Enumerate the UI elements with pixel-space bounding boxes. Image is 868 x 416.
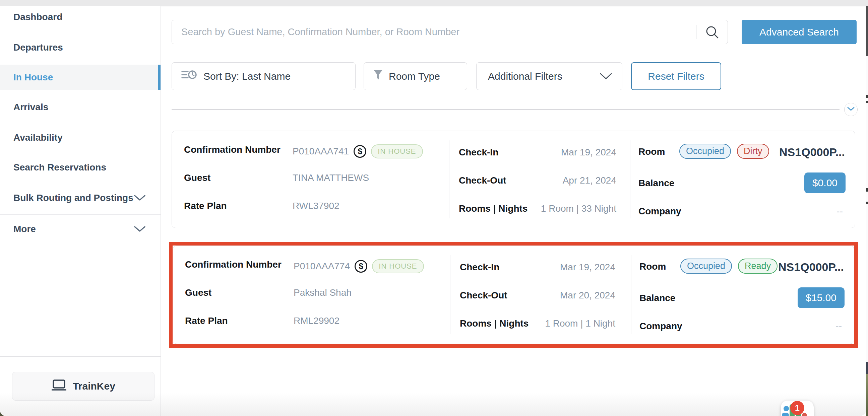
reservation-card-highlighted[interactable]: Confirmation Number P010AAA774 $ IN HOUS… [173, 246, 854, 344]
check-out-value: Mar 20, 2024 [560, 290, 615, 301]
company-value: -- [836, 321, 842, 331]
balance-label: Balance [640, 293, 675, 303]
sidebar-item-more[interactable]: More [0, 219, 160, 239]
check-out-label: Check-Out [460, 290, 507, 301]
card-column-divider [630, 140, 630, 218]
confirmation-number-value: P010AAA774 [293, 261, 350, 271]
app-window: Dashboard Departures In House Arrivals A… [0, 0, 866, 416]
trainkey-label: TrainKey [73, 381, 115, 392]
sidebar-item-label: Arrivals [13, 102, 48, 113]
card-column-divider [449, 140, 450, 218]
in-house-status-badge: IN HOUSE [371, 145, 423, 158]
search-separator [696, 25, 696, 39]
reservation-card[interactable]: Confirmation Number P010AAA741 $ IN HOUS… [172, 131, 855, 228]
advanced-search-button[interactable]: Advanced Search [742, 20, 857, 44]
sidebar-item-label: More [13, 224, 36, 234]
room-status-badges: Occupied Dirty [679, 144, 769, 159]
sidebar-item-departures[interactable]: Departures [0, 37, 160, 58]
sort-by-time-icon [181, 69, 197, 84]
collapse-toggle-button[interactable] [844, 103, 858, 116]
company-value: -- [837, 206, 843, 217]
balance-amount-button[interactable]: $15.00 [798, 287, 844, 308]
sidebar-item-dashboard[interactable]: Dashboard [0, 7, 160, 27]
sidebar-item-label: Departures [13, 42, 63, 53]
guest-label: Guest [185, 287, 212, 298]
check-in-value: Mar 19, 2024 [560, 262, 615, 273]
top-window-edge [0, 0, 866, 6]
sidebar-footer-divider [0, 356, 160, 357]
room-label: Room [639, 147, 665, 157]
chat-logo-shape [782, 413, 789, 416]
balance-amount-button[interactable]: $0.00 [804, 172, 845, 193]
sidebar-item-availability[interactable]: Availability [0, 128, 160, 148]
sort-by-label: Sort By: Last Name [204, 71, 290, 82]
card-column-divider [631, 255, 631, 334]
sort-by-button[interactable]: Sort By: Last Name [172, 62, 355, 90]
company-label: Company [639, 206, 681, 217]
room-type-label: Room Type [389, 71, 440, 82]
sidebar-divider [0, 214, 160, 215]
sidebar-item-label: Availability [13, 132, 63, 143]
reset-filters-button[interactable]: Reset Filters [631, 62, 721, 90]
laptop-icon [51, 379, 67, 393]
sidebar-item-arrivals[interactable]: Arrivals [0, 97, 160, 117]
room-number-value: NS1Q000P... [778, 261, 844, 274]
dollar-circle-icon: $ [353, 145, 366, 158]
occupied-badge: Occupied [680, 259, 732, 274]
rate-plan-label: Rate Plan [184, 201, 227, 211]
reset-filters-label: Reset Filters [648, 71, 704, 82]
check-out-label: Check-Out [459, 175, 506, 186]
section-divider [172, 109, 839, 110]
room-number-value: NS1Q000P... [779, 146, 845, 159]
chat-logo-shape [802, 413, 807, 416]
sidebar-item-label: Search Reservations [13, 162, 106, 173]
search-input[interactable] [172, 20, 698, 44]
chevron-down-icon [134, 224, 146, 234]
chat-logo-shape [783, 406, 789, 411]
check-out-value: Apr 21, 2024 [563, 175, 616, 186]
trainkey-button[interactable]: TrainKey [12, 372, 155, 401]
rate-plan-label: Rate Plan [185, 316, 228, 326]
rooms-nights-value: 1 Room | 33 Night [541, 203, 616, 214]
housekeeping-badge: Dirty [737, 144, 769, 159]
housekeeping-badge: Ready [738, 259, 777, 274]
card-column-divider [450, 255, 451, 334]
sidebar-item-in-house[interactable]: In House [0, 65, 160, 90]
confirmation-number-label: Confirmation Number [185, 259, 281, 270]
chevron-down-icon [134, 193, 146, 203]
chevron-down-icon [600, 71, 612, 82]
confirmation-number-value: P010AAA741 [292, 146, 349, 157]
rooms-nights-value: 1 Room | 1 Night [545, 318, 615, 329]
dollar-glyph: $ [359, 262, 363, 271]
dollar-glyph: $ [358, 147, 362, 156]
rooms-nights-label: Rooms | Nights [460, 318, 528, 329]
confirmation-number-label: Confirmation Number [184, 145, 280, 155]
additional-filters-dropdown[interactable]: Additional Filters [476, 62, 622, 90]
rooms-nights-label: Rooms | Nights [459, 203, 527, 214]
rate-plan-value: RML29902 [293, 316, 340, 326]
notification-count: 1 [795, 403, 800, 413]
sidebar-item-label: Dashboard [13, 12, 62, 23]
room-label: Room [640, 261, 666, 272]
room-type-filter-button[interactable]: Room Type [364, 62, 467, 90]
sidebar-item-bulk-routing[interactable]: Bulk Routing and Postings [0, 188, 160, 208]
search-icon[interactable] [705, 25, 719, 39]
additional-filters-label: Additional Filters [488, 71, 562, 82]
guest-value: TINA MATTHEWS [292, 172, 369, 183]
sidebar-item-label: Bulk Routing and Postings [13, 193, 133, 203]
notification-badge[interactable]: 1 [790, 401, 804, 415]
sidebar-item-search-reservations[interactable]: Search Reservations [0, 157, 160, 178]
balance-label: Balance [639, 178, 674, 189]
chevron-down-icon [847, 106, 855, 113]
guest-value: Pakshal Shah [293, 287, 351, 298]
check-in-label: Check-In [460, 262, 499, 273]
active-item-indicator-bar [158, 65, 160, 90]
in-house-status-badge: IN HOUSE [372, 259, 424, 273]
funnel-filter-icon [373, 69, 383, 84]
search-box [172, 20, 728, 44]
dollar-circle-icon: $ [354, 260, 367, 273]
confirmation-number-row: P010AAA774 $ IN HOUSE [293, 259, 424, 273]
rate-plan-value: RWL37902 [292, 201, 340, 211]
guest-label: Guest [184, 172, 211, 183]
room-status-badges: Occupied Ready [680, 259, 777, 274]
